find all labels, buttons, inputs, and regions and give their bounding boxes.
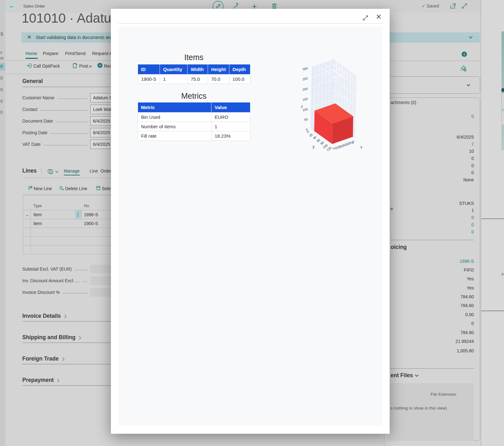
y-tick: 80	[320, 140, 325, 146]
cell-metric: Number of items	[138, 122, 211, 131]
col-metric: Metric	[138, 102, 211, 113]
z-tick: 200	[302, 87, 308, 91]
metrics-table-row: Bin Used EURO	[138, 113, 250, 122]
y-axis-label: y	[313, 145, 315, 149]
metrics-table-header-row: Metric Value	[138, 102, 250, 113]
col-height: Height	[208, 64, 229, 74]
y-tick: 0	[306, 130, 310, 134]
metrics-table-row: Fill rate 18.23%	[138, 131, 250, 141]
col-depth: Depth	[229, 64, 250, 74]
dialog-content: Items ID Quantity Width Height Depth 190…	[118, 27, 382, 426]
optipack-result-dialog: × Items ID Quantity Width Height Depth 1…	[111, 9, 390, 434]
y-tick: 40	[312, 135, 317, 140]
z-tick: 150	[302, 97, 308, 102]
items-table-title: Items	[138, 53, 250, 62]
z-tick: 100	[302, 107, 308, 112]
z-tick: 50	[304, 117, 308, 122]
cell-width: 75.0	[188, 74, 208, 84]
cell-quantity: 1	[160, 74, 188, 84]
cell-depth: 100.0	[229, 74, 250, 84]
cell-value: 1	[211, 122, 250, 131]
col-value: Value	[211, 102, 250, 113]
items-table: ID Quantity Width Height Depth 1900-S 1 …	[138, 64, 250, 84]
col-quantity: Quantity	[160, 64, 188, 74]
col-id: ID	[138, 64, 160, 74]
z-axis-label: z	[301, 104, 303, 109]
z-tick: 250	[302, 76, 308, 81]
cell-height: 70.0	[208, 74, 229, 84]
dialog-expand-icon[interactable]	[362, 14, 369, 21]
cell-value: EURO	[211, 113, 250, 122]
dialog-header-divider	[118, 23, 382, 24]
cell-value: 18.23%	[211, 131, 250, 141]
cell-metric: Bin Used	[138, 113, 211, 122]
cell-id: 1900-S	[138, 74, 160, 84]
x-tick: 80	[351, 140, 355, 144]
metrics-table: Metric Value Bin Used EURO Number of ite…	[138, 102, 250, 141]
cell-metric: Fill rate	[138, 131, 211, 141]
items-table-header-row: ID Quantity Width Height Depth	[138, 64, 250, 74]
dialog-close-icon[interactable]: ×	[376, 12, 381, 21]
z-tick: 300	[302, 66, 308, 71]
metrics-table-row: Number of items 1	[138, 122, 250, 131]
bin-packing-3d-plot: 300 250 200 150 100 50 0 0 20 40 60 80 1…	[295, 55, 377, 152]
items-table-row: 1900-S 1 75.0 70.0 100.0	[138, 74, 250, 84]
screen: S c oi 0 0 0 0 0 ← Sales Order + ✓ Saved	[0, 0, 504, 446]
x-axis-label: x	[360, 145, 362, 149]
col-width: Width	[188, 64, 208, 74]
metrics-table-title: Metrics	[138, 91, 250, 101]
